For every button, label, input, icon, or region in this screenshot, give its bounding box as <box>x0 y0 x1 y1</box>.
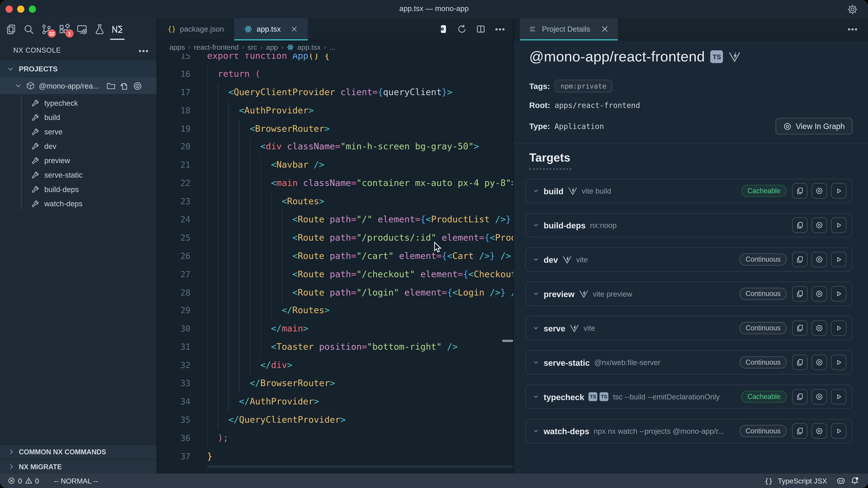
warnings-count[interactable]: 0 <box>35 477 39 485</box>
view-target-button[interactable] <box>811 423 827 439</box>
breadcrumb-item[interactable]: ... <box>329 43 336 51</box>
run-target-button[interactable] <box>831 252 846 267</box>
chevron-down-icon[interactable] <box>532 393 539 400</box>
warnings-icon[interactable] <box>25 477 32 485</box>
copy-task-button[interactable] <box>792 217 808 233</box>
view-target-button[interactable] <box>811 217 827 233</box>
chevron-down-icon[interactable] <box>532 188 539 194</box>
more-actions-icon[interactable]: ••• <box>495 24 505 34</box>
run-target-button[interactable] <box>831 217 846 233</box>
code-line[interactable]: 15 export function App() { <box>157 54 513 65</box>
run-target-button[interactable] <box>831 355 846 370</box>
run-target-button[interactable] <box>831 183 846 199</box>
open-project-details-icon[interactable] <box>438 24 448 34</box>
copilot-icon[interactable] <box>836 477 845 485</box>
target-card[interactable]: build vite build Cacheable <box>525 179 852 203</box>
code-line[interactable]: 20 <div className="min-h-screen bg-gray-… <box>157 138 513 156</box>
more-actions-icon[interactable]: ••• <box>848 18 868 40</box>
copy-task-button[interactable] <box>792 423 808 439</box>
code-line[interactable]: 36 ); <box>157 429 513 448</box>
projects-section-header[interactable]: PROJECTS <box>0 60 157 77</box>
target-card[interactable]: serve vite Continuous <box>525 316 852 340</box>
code-line[interactable]: 24 <Route path="/" element={<ProductList… <box>157 211 513 229</box>
chevron-down-icon[interactable] <box>532 256 539 263</box>
view-target-button[interactable] <box>811 320 827 336</box>
copy-task-button[interactable] <box>792 389 808 404</box>
code-line[interactable]: 26 <Route path="/cart" element={<Cart />… <box>157 247 513 265</box>
code-line[interactable]: 32 </div> <box>157 356 513 375</box>
target-card[interactable]: build-deps nx:noop <box>525 213 852 237</box>
close-icon[interactable] <box>600 25 609 33</box>
run-target-button[interactable] <box>831 423 846 439</box>
view-target-button[interactable] <box>811 389 827 404</box>
code-line[interactable]: 16 return ( <box>157 65 513 84</box>
sidebar-target-item[interactable]: build-deps <box>0 182 157 197</box>
search-icon[interactable] <box>23 24 34 35</box>
tab-package-json[interactable]: {} package.json <box>157 18 234 40</box>
target-card[interactable]: dev vite Continuous <box>525 248 852 272</box>
close-icon[interactable] <box>291 26 298 33</box>
target-icon[interactable] <box>133 81 143 91</box>
code-line[interactable]: 34 </AuthProvider> <box>157 393 513 411</box>
split-editor-icon[interactable] <box>476 24 486 34</box>
chevron-down-icon[interactable] <box>532 222 539 228</box>
target-card[interactable]: watch-deps npx nx watch --projects @mono… <box>525 419 852 443</box>
code-line[interactable]: 38 <box>157 466 513 468</box>
view-target-button[interactable] <box>811 252 827 267</box>
breadcrumb-item[interactable]: app.tsx <box>298 43 321 51</box>
tab-project-details[interactable]: Project Details <box>520 18 618 40</box>
common-nx-commands-section[interactable]: COMMON NX COMMANDS <box>0 445 157 459</box>
edit-file-icon[interactable] <box>120 81 129 91</box>
sidebar-target-item[interactable]: serve <box>0 125 157 139</box>
code-line[interactable]: 35 </QueryClientProvider> <box>157 411 513 429</box>
breadcrumb-item[interactable]: src <box>248 43 257 51</box>
scrollbar-fragment[interactable] <box>502 340 513 342</box>
code-line[interactable]: 37 } <box>157 447 513 466</box>
breadcrumb-item[interactable]: react-frontend <box>194 43 239 51</box>
copy-task-button[interactable] <box>792 355 808 370</box>
code-line[interactable]: 23 <Routes> <box>157 193 513 211</box>
view-target-button[interactable] <box>811 286 827 302</box>
chevron-down-icon[interactable] <box>532 325 539 331</box>
target-card[interactable]: serve-static @nx/web:file-server Continu… <box>525 350 852 375</box>
project-tree-item[interactable]: @mono-app/rea... <box>0 77 157 94</box>
view-target-button[interactable] <box>811 183 827 199</box>
nx-migrate-section[interactable]: NX MIGRATE <box>0 460 157 474</box>
sidebar-target-item[interactable]: preview <box>0 153 157 168</box>
folder-icon[interactable] <box>106 81 116 91</box>
code-line[interactable]: 28 <Route path="/login" element={<Login … <box>157 284 513 302</box>
settings-gear-icon[interactable] <box>847 4 858 15</box>
sidebar-target-item[interactable]: build <box>0 110 157 125</box>
notifications-bell-icon[interactable] <box>850 477 859 485</box>
refresh-icon[interactable] <box>457 24 467 34</box>
chevron-down-icon[interactable] <box>532 291 539 297</box>
testing-icon[interactable] <box>94 24 105 35</box>
sidebar-target-item[interactable]: serve-static <box>0 168 157 182</box>
nx-console-icon[interactable] <box>112 24 123 35</box>
view-in-graph-button[interactable]: View In Graph <box>775 118 852 134</box>
errors-icon[interactable] <box>8 477 15 485</box>
code-line[interactable]: 17 <QueryClientProvider client={queryCli… <box>157 84 513 102</box>
tab-app-tsx[interactable]: app.tsx <box>234 18 308 40</box>
code-editor[interactable]: 15 export function App() { 16 return ( 1… <box>157 54 513 468</box>
source-control-icon[interactable]: 32 <box>41 24 52 35</box>
code-line[interactable]: 29 </Routes> <box>157 302 513 320</box>
run-target-button[interactable] <box>831 389 846 404</box>
language-mode[interactable]: TypeScript JSX <box>778 477 827 485</box>
copy-task-button[interactable] <box>792 183 808 199</box>
breadcrumb-item[interactable]: app <box>266 43 278 51</box>
errors-count[interactable]: 0 <box>18 477 22 485</box>
chevron-down-icon[interactable] <box>532 428 539 434</box>
sidebar-target-item[interactable]: typecheck <box>0 96 157 110</box>
sidebar-target-item[interactable]: watch-deps <box>0 196 157 211</box>
code-line[interactable]: 27 <Route path="/checkout" element={<Che… <box>157 265 513 284</box>
target-card[interactable]: preview vite preview Continuous <box>525 282 852 306</box>
code-line[interactable]: 30 </main> <box>157 320 513 338</box>
code-line[interactable]: 19 <BrowserRouter> <box>157 120 513 138</box>
chevron-down-icon[interactable] <box>532 359 539 365</box>
explorer-icon[interactable] <box>5 24 17 35</box>
breadcrumb-item[interactable]: apps <box>169 43 185 51</box>
run-target-button[interactable] <box>831 320 846 336</box>
target-card[interactable]: typecheck TSTS tsc --build --emitDeclara… <box>525 385 852 409</box>
copy-task-button[interactable] <box>792 286 808 302</box>
